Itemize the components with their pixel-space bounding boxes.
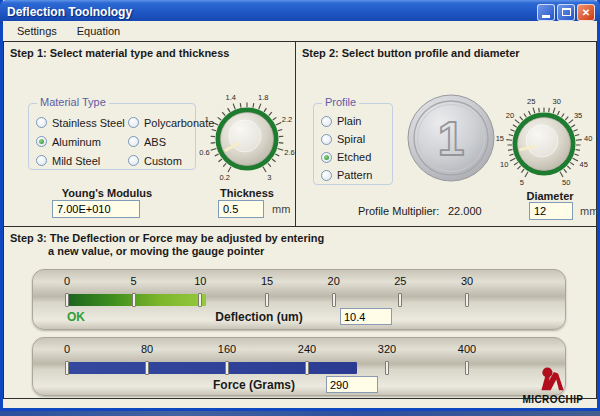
step3-panel: Step 3: The Deflection or Force may be a… xyxy=(3,226,597,399)
maximize-icon xyxy=(562,8,571,16)
step2-header: Step 2: Select button profile and diamet… xyxy=(302,47,520,59)
tick-label: 0 xyxy=(64,275,70,287)
tick-mark xyxy=(465,293,469,307)
titlebar-buttons: ✕ xyxy=(537,4,600,21)
radio-spiral[interactable]: Spiral xyxy=(321,130,392,148)
tick-label: 80 xyxy=(141,343,153,355)
microchip-logo: MICROCHIP xyxy=(514,366,592,405)
svg-text:45: 45 xyxy=(580,160,588,169)
svg-text:0.6: 0.6 xyxy=(199,148,209,157)
svg-text:40: 40 xyxy=(584,134,592,143)
radio-icon xyxy=(128,155,139,166)
material-type-options: Stainless SteelPolycarbonateAluminumABSM… xyxy=(29,104,195,170)
tick-mark xyxy=(265,293,269,307)
tick-label: 15 xyxy=(261,275,273,287)
radio-icon xyxy=(36,155,47,166)
tick-mark xyxy=(65,293,69,307)
svg-text:2.6: 2.6 xyxy=(284,148,294,157)
svg-text:50: 50 xyxy=(562,178,570,187)
diameter-input[interactable] xyxy=(529,202,573,220)
radio-stainless-steel[interactable]: Stainless Steel xyxy=(36,113,128,132)
force-value-input[interactable] xyxy=(326,376,378,393)
profile-caption: Profile xyxy=(322,96,359,108)
tick-label: 160 xyxy=(218,343,236,355)
profile-multiplier-label: Profile Multiplier: xyxy=(358,205,439,217)
diameter-unit: mm xyxy=(580,205,598,217)
tick-mark xyxy=(145,361,149,375)
radio-label: ABS xyxy=(144,136,166,148)
thickness-input[interactable] xyxy=(218,200,264,218)
tick-mark xyxy=(198,293,202,307)
radio-icon xyxy=(36,117,47,128)
svg-text:5: 5 xyxy=(520,178,524,187)
radio-plain[interactable]: Plain xyxy=(321,112,392,130)
svg-text:15: 15 xyxy=(496,134,504,143)
menubar: Settings Equation xyxy=(3,21,597,41)
close-button[interactable]: ✕ xyxy=(577,4,595,21)
microchip-wordmark: MICROCHIP xyxy=(514,394,592,405)
minimize-button[interactable] xyxy=(537,4,555,21)
deflection-value-input[interactable] xyxy=(340,308,392,325)
step1-panel: Step 1: Select material type and thickne… xyxy=(3,41,296,227)
youngs-modulus-input[interactable] xyxy=(52,200,140,218)
radio-mild-steel[interactable]: Mild Steel xyxy=(36,151,128,170)
desktop: Deflection Toolnology ✕ Settings Equatio… xyxy=(0,0,600,416)
menu-settings[interactable]: Settings xyxy=(9,23,65,39)
radio-icon xyxy=(128,136,139,147)
svg-text:20: 20 xyxy=(506,111,514,120)
tick-mark xyxy=(332,293,336,307)
deflection-bar[interactable] xyxy=(67,294,206,306)
app-window: Deflection Toolnology ✕ Settings Equatio… xyxy=(0,0,600,411)
force-bar[interactable] xyxy=(67,362,357,374)
profile-multiplier-value: 22.000 xyxy=(448,205,482,217)
tick-label: 5 xyxy=(131,275,137,287)
tick-mark xyxy=(225,361,229,375)
tick-mark xyxy=(132,293,136,307)
main-content: Step 1: Select material type and thickne… xyxy=(3,41,597,405)
thickness-knob[interactable]: 0.20.611.41.82.22.63 xyxy=(195,87,299,191)
material-type-group: Material Type Stainless SteelPolycarbona… xyxy=(28,103,196,170)
button-digit: 1 xyxy=(438,112,465,165)
svg-text:25: 25 xyxy=(527,97,535,106)
radio-icon xyxy=(321,170,332,181)
radio-pattern[interactable]: Pattern xyxy=(321,166,392,184)
radio-label: Pattern xyxy=(337,169,372,181)
deflection-status: OK xyxy=(67,310,85,324)
diameter-label: Diameter xyxy=(510,190,590,202)
radio-label: Etched xyxy=(337,151,371,163)
svg-text:3: 3 xyxy=(267,173,271,182)
radio-label: Spiral xyxy=(337,133,365,145)
tick-label: 30 xyxy=(461,275,473,287)
svg-text:1.8: 1.8 xyxy=(258,93,268,102)
force-gauge[interactable]: Force (Grams) 080160240320400 xyxy=(32,337,566,396)
radio-label: Stainless Steel xyxy=(52,117,125,129)
window-title: Deflection Toolnology xyxy=(0,5,537,19)
profile-options: PlainSpiralEtchedPattern xyxy=(314,104,392,184)
radio-aluminum[interactable]: Aluminum xyxy=(36,132,128,151)
diameter-knob[interactable]: 5101520253035404550 xyxy=(492,92,596,196)
deflection-gauge[interactable]: OK Deflection (um) 051015202530 xyxy=(32,269,566,330)
tick-label: 0 xyxy=(64,343,70,355)
tick-label: 240 xyxy=(298,343,316,355)
svg-text:30: 30 xyxy=(553,97,561,106)
svg-text:2.2: 2.2 xyxy=(282,115,292,124)
minimize-icon xyxy=(542,15,550,18)
svg-text:35: 35 xyxy=(574,111,582,120)
maximize-button[interactable] xyxy=(557,4,575,21)
radio-label: Aluminum xyxy=(52,136,101,148)
svg-text:10: 10 xyxy=(500,160,508,169)
step2-panel: Step 2: Select button profile and diamet… xyxy=(295,41,597,227)
svg-text:0.2: 0.2 xyxy=(220,173,230,182)
radio-etched[interactable]: Etched xyxy=(321,148,392,166)
tick-mark xyxy=(465,361,469,375)
tick-mark xyxy=(385,361,389,375)
menu-equation[interactable]: Equation xyxy=(69,23,128,39)
material-type-caption: Material Type xyxy=(37,96,109,108)
radio-icon xyxy=(128,117,139,128)
step1-header: Step 1: Select material type and thickne… xyxy=(10,47,229,59)
profile-group: Profile PlainSpiralEtchedPattern xyxy=(313,103,393,185)
tick-label: 400 xyxy=(458,343,476,355)
tick-mark xyxy=(305,361,309,375)
radio-icon xyxy=(321,116,332,127)
radio-label: Mild Steel xyxy=(52,155,100,167)
